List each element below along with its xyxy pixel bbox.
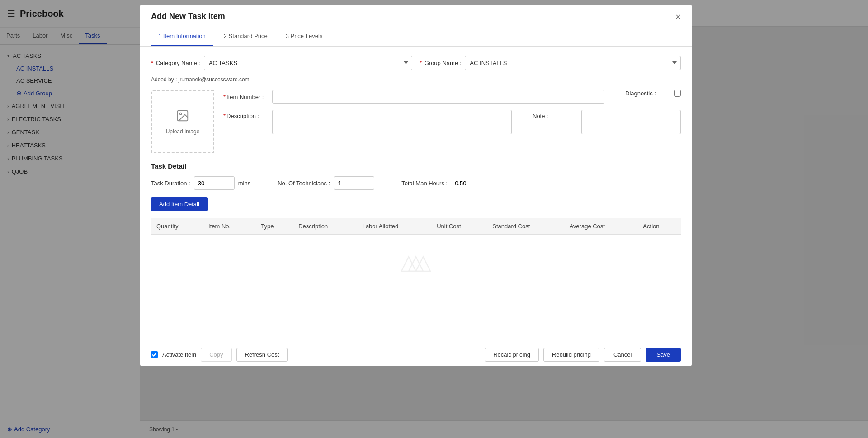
items-table: Quantity Item No. Type Description Labor… <box>151 218 681 235</box>
col-description: Description <box>293 218 357 235</box>
upload-image-box[interactable]: Upload Image <box>151 90 214 153</box>
modal-footer: Activate Item Copy Refresh Cost Recalc p… <box>140 343 692 366</box>
note-label: Note : <box>533 113 578 119</box>
col-average-cost: Average Cost <box>564 218 637 235</box>
added-by-text: Added by : jrumanek@successware.com <box>151 76 681 83</box>
watermark <box>151 235 681 284</box>
modal-title: Add New Task Item <box>151 12 225 21</box>
task-detail-title: Task Detail <box>151 162 681 170</box>
description-input[interactable] <box>272 110 512 134</box>
item-number-input[interactable] <box>272 90 604 104</box>
svg-marker-3 <box>409 257 423 271</box>
col-labor-allotted: Labor Allotted <box>357 218 431 235</box>
num-technicians-label: No. Of Technicians : <box>278 180 330 187</box>
rebuild-pricing-button[interactable]: Rebuild pricing <box>543 348 599 362</box>
modal-tab-bar: 1 Item Information 2 Standard Price 3 Pr… <box>140 27 692 47</box>
category-select[interactable]: AC TASKS <box>204 56 412 70</box>
diagnostic-checkbox[interactable] <box>674 90 681 97</box>
svg-marker-4 <box>416 257 430 271</box>
upload-image-label: Upload Image <box>166 128 200 135</box>
col-standard-cost: Standard Cost <box>487 218 564 235</box>
add-item-detail-button[interactable]: Add Item Detail <box>151 197 208 211</box>
tab-standard-price[interactable]: 2 Standard Price <box>217 27 275 46</box>
activate-item-label: Activate Item <box>162 351 196 358</box>
svg-marker-2 <box>401 257 416 271</box>
add-new-task-item-modal: Add New Task Item × 1 Item Information 2… <box>140 5 692 366</box>
task-duration-unit: mins <box>238 180 250 187</box>
tab-price-levels[interactable]: 3 Price Levels <box>278 27 330 46</box>
note-input[interactable] <box>581 110 681 134</box>
task-duration-label: Task Duration : <box>151 180 190 187</box>
col-type: Type <box>255 218 293 235</box>
group-label: * Group Name : <box>420 60 461 66</box>
cancel-button[interactable]: Cancel <box>604 348 641 362</box>
total-man-hours-label: Total Man Hours : <box>401 180 448 187</box>
category-label: * Category Name : <box>151 60 200 66</box>
group-select[interactable]: AC INSTALLS <box>465 56 681 70</box>
task-duration-input[interactable] <box>194 176 235 190</box>
refresh-cost-button[interactable]: Refresh Cost <box>236 348 288 362</box>
col-item-no: Item No. <box>203 218 255 235</box>
item-number-label: *Item Number : <box>223 94 269 100</box>
col-unit-cost: Unit Cost <box>431 218 487 235</box>
description-label: *Description : <box>223 113 269 119</box>
diagnostic-label: Diagnostic : <box>625 90 670 97</box>
num-technicians-input[interactable] <box>334 176 374 190</box>
upload-image-icon <box>176 109 189 126</box>
svg-point-1 <box>180 113 182 114</box>
activate-item-checkbox[interactable] <box>151 351 158 358</box>
save-button[interactable]: Save <box>646 348 681 362</box>
col-quantity: Quantity <box>151 218 203 235</box>
close-button[interactable]: × <box>675 12 681 21</box>
tab-item-information[interactable]: 1 Item Information <box>151 27 213 46</box>
recalc-pricing-button[interactable]: Recalc pricing <box>485 348 539 362</box>
total-man-hours-value: 0.50 <box>455 180 466 187</box>
copy-button[interactable]: Copy <box>201 348 231 362</box>
col-action: Action <box>637 218 681 235</box>
